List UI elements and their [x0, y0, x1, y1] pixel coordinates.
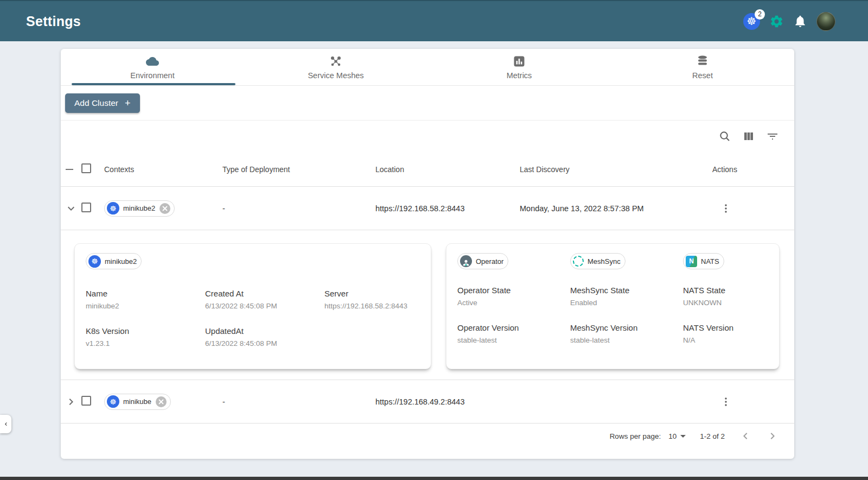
meshsync-icon	[573, 256, 584, 267]
settings-card: Environment Service Meshes Metrics Reset	[61, 49, 794, 459]
sidebar-collapse-toggle[interactable]	[0, 415, 11, 433]
nats-chip[interactable]: N NATS	[683, 253, 724, 269]
expand-row-chevron-icon[interactable]	[65, 395, 81, 408]
table-pagination: Rows per page: 10 1-2 of 2	[61, 424, 794, 449]
detail-field: Created At 6/13/2022 8:45:08 PM	[205, 289, 324, 310]
tab-label: Reset	[692, 71, 713, 80]
detail-field: Operator Version stable-latest	[457, 323, 570, 344]
deselect-all-icon[interactable]	[61, 169, 81, 170]
bottom-strip	[0, 477, 868, 480]
row-location: https://192.168.49.2:8443	[375, 397, 520, 406]
pagination-range: 1-2 of 2	[700, 432, 725, 440]
detail-field: NATS State UNKNOWN	[683, 286, 768, 307]
view-columns-icon[interactable]	[741, 129, 756, 144]
detail-field: MeshSync Version stable-latest	[570, 323, 683, 344]
rows-per-page-label: Rows per page:	[610, 432, 661, 440]
settings-gear-icon[interactable]	[769, 14, 784, 29]
service-mesh-icon	[329, 54, 342, 68]
column-header-location[interactable]: Location	[375, 165, 520, 174]
context-count-badge: 2	[755, 9, 765, 20]
chip-delete-icon[interactable]	[156, 396, 167, 407]
nats-icon: N	[686, 256, 697, 267]
table-toolbar	[61, 121, 794, 152]
detail-field: K8s Version v1.23.1	[86, 326, 205, 348]
detail-field: Server https://192.168.58.2:8443	[324, 289, 420, 310]
tab-service-meshes[interactable]: Service Meshes	[244, 49, 427, 85]
row-checkbox[interactable]	[81, 396, 91, 406]
tab-reset[interactable]: Reset	[611, 49, 794, 85]
actions-bar: Add Cluster +	[61, 86, 794, 121]
context-chip-detail[interactable]: ☸ minikube2	[86, 253, 142, 269]
detail-field: NATS Version N/A	[683, 323, 768, 344]
cloud-icon	[144, 54, 161, 68]
context-chip-minikube2[interactable]: ☸ minikube2	[104, 200, 175, 217]
operator-chip[interactable]: Operator	[457, 253, 508, 269]
kubernetes-icon: ☸	[88, 255, 101, 268]
header-actions: ☸ 2	[743, 12, 835, 31]
components-detail-card: Operator MeshSync N NATS	[446, 243, 780, 369]
row-actions-menu-icon[interactable]	[720, 395, 794, 408]
kubernetes-contexts-button[interactable]: ☸ 2	[743, 13, 760, 30]
dropdown-arrow-icon	[680, 435, 686, 438]
add-cluster-label: Add Cluster	[74, 98, 118, 108]
previous-page-button[interactable]	[739, 430, 752, 443]
plus-icon: +	[125, 98, 131, 108]
tab-environment[interactable]: Environment	[61, 49, 244, 85]
column-header-type[interactable]: Type of Deployment	[222, 165, 375, 174]
chip-delete-icon[interactable]	[159, 203, 170, 214]
settings-page: Settings ☸ 2 Environment	[0, 0, 868, 480]
row-actions-menu-icon[interactable]	[720, 202, 794, 215]
filter-icon[interactable]	[765, 129, 780, 144]
row-detail-panel: ☸ minikube2 Name minikube2 Created At 6/…	[61, 230, 794, 380]
tab-metrics[interactable]: Metrics	[427, 49, 611, 85]
select-all-checkbox[interactable]	[81, 163, 91, 173]
search-icon[interactable]	[717, 129, 732, 144]
tab-label: Environment	[130, 71, 174, 80]
meshsync-chip[interactable]: MeshSync	[570, 253, 626, 269]
collapse-row-chevron-icon[interactable]	[65, 202, 81, 215]
table-row: ☸ minikube - https://192.168.49.2:8443	[61, 380, 794, 424]
rows-per-page-select[interactable]: 10	[668, 432, 686, 440]
operator-person-icon	[460, 255, 472, 267]
table-row: ☸ minikube2 - https://192.168.58.2:8443 …	[61, 187, 794, 230]
table-header-row: Contexts Type of Deployment Location Las…	[61, 152, 794, 187]
context-chip-minikube[interactable]: ☸ minikube	[104, 394, 171, 410]
column-header-contexts[interactable]: Contexts	[104, 165, 222, 174]
detail-field: Name minikube2	[86, 289, 205, 310]
tab-label: Metrics	[507, 71, 532, 80]
column-header-actions: Actions	[712, 165, 794, 174]
app-header: Settings ☸ 2	[0, 0, 868, 41]
page-title: Settings	[26, 14, 81, 29]
bar-chart-icon	[513, 54, 526, 68]
database-icon	[696, 54, 709, 68]
column-header-discovery[interactable]: Last Discovery	[520, 165, 712, 174]
cluster-detail-card: ☸ minikube2 Name minikube2 Created At 6/…	[74, 243, 431, 369]
row-checkbox[interactable]	[81, 203, 91, 212]
notifications-bell-icon[interactable]	[793, 14, 807, 28]
row-last-discovery: Monday, June 13, 2022 8:57:38 PM	[520, 204, 712, 213]
detail-field: Operator State Active	[457, 286, 570, 307]
user-avatar[interactable]	[816, 12, 835, 31]
tab-label: Service Meshes	[308, 71, 363, 80]
row-location: https://192.168.58.2:8443	[375, 204, 520, 213]
next-page-button[interactable]	[766, 430, 779, 443]
settings-tabs: Environment Service Meshes Metrics Reset	[61, 49, 794, 86]
kubernetes-icon: ☸	[107, 395, 119, 408]
add-cluster-button[interactable]: Add Cluster +	[65, 93, 140, 113]
detail-field: MeshSync State Enabled	[570, 286, 683, 307]
detail-field: UpdatedAt 6/13/2022 8:45:08 PM	[205, 326, 324, 348]
row-type-of-deployment: -	[222, 204, 375, 213]
row-type-of-deployment: -	[222, 397, 375, 406]
kubernetes-icon: ☸	[107, 202, 119, 214]
